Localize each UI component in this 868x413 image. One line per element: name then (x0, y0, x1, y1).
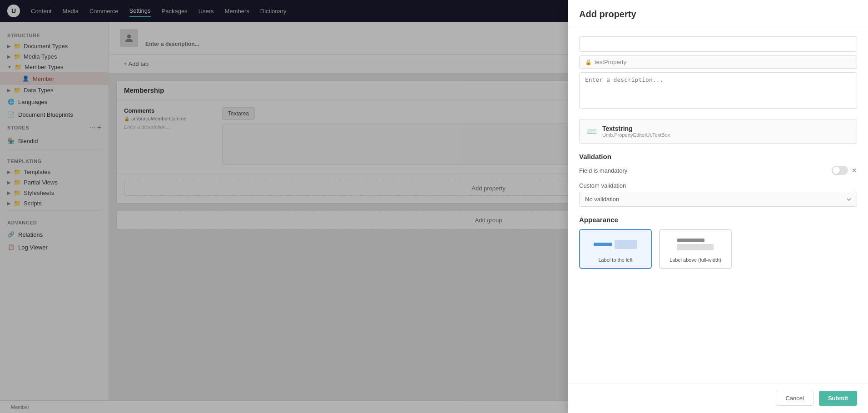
panel-footer: Cancel Submit (568, 383, 868, 413)
editor-selector[interactable]: ⌨️ Textstring Umb.PropertyEditorUi.TextB… (579, 119, 857, 144)
validation-title: Validation (579, 153, 857, 160)
property-description-field[interactable] (579, 72, 857, 109)
editor-type-icon: ⌨️ (587, 126, 597, 136)
name-field-group: Test property 🔒 testProperty (579, 36, 857, 110)
property-name-field[interactable]: Test property (579, 36, 857, 52)
preview-input-box (615, 240, 637, 249)
preview-left-layout (594, 240, 637, 249)
custom-validation-label: Custom validation (579, 182, 857, 189)
label-left-preview (587, 235, 644, 254)
submit-button[interactable]: Submit (819, 391, 857, 406)
editor-info: Textstring Umb.PropertyEditorUi.TextBox (602, 125, 670, 138)
editor-alias: Umb.PropertyEditorUi.TextBox (602, 132, 670, 138)
alias-row: 🔒 testProperty (579, 55, 857, 69)
alias-value: testProperty (595, 59, 626, 65)
editor-field-group: ⌨️ Textstring Umb.PropertyEditorUi.TextB… (579, 119, 857, 144)
toggle-track[interactable] (832, 166, 848, 175)
toggle-thumb (833, 167, 840, 174)
panel-body: Test property 🔒 testProperty ⌨️ Textstri… (568, 27, 868, 383)
editor-name: Textstring (602, 125, 670, 132)
appearance-options: Label to the left Label above (full-widt… (579, 229, 857, 269)
preview-above-label-bar (677, 239, 704, 242)
toggle-close-icon[interactable]: ✕ (852, 167, 857, 174)
toggle-switch[interactable]: ✕ (832, 166, 857, 175)
lock-icon: 🔒 (585, 59, 592, 65)
appearance-section: Appearance Label to the left (579, 216, 857, 269)
add-property-panel: Add property Test property 🔒 testPropert… (568, 0, 868, 413)
appearance-option-label-above[interactable]: Label above (full-width) (659, 229, 732, 269)
panel-title: Add property (579, 9, 857, 20)
mandatory-label: Field is mandatory (579, 167, 627, 174)
preview-above-input (677, 244, 714, 250)
label-left-option-label: Label to the left (587, 257, 644, 263)
mandatory-toggle-row: Field is mandatory ✕ (579, 166, 857, 175)
label-above-option-label: Label above (full-width) (667, 257, 724, 263)
validation-section: Validation Field is mandatory ✕ Custom v… (579, 153, 857, 207)
validation-select[interactable]: No validation Email URL Number Custom (579, 192, 857, 207)
preview-above-layout (677, 239, 714, 250)
appearance-option-label-left[interactable]: Label to the left (579, 229, 652, 269)
preview-label-bar (594, 243, 612, 246)
label-above-preview (667, 235, 724, 254)
panel-header: Add property (568, 0, 868, 27)
appearance-title: Appearance (579, 216, 857, 224)
cancel-button[interactable]: Cancel (776, 391, 813, 406)
